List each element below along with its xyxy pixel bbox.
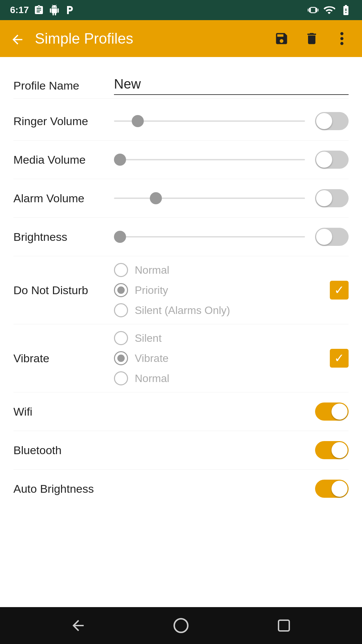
svg-point-2: [340, 42, 343, 45]
alarm-volume-toggle-knob: [316, 190, 332, 206]
brightness-slider-container: [114, 236, 305, 237]
auto-brightness-label: Auto Brightness: [13, 482, 114, 495]
more-button[interactable]: [332, 29, 352, 49]
do-not-disturb-row: Do Not Disturb Normal Priority Silent (A…: [13, 256, 349, 324]
dnd-silent-option[interactable]: Silent (Alarms Only): [114, 303, 323, 317]
bluetooth-control: [114, 441, 349, 459]
bluetooth-toggle-knob: [331, 442, 348, 458]
nav-back-button[interactable]: [65, 612, 92, 639]
wifi-toggle-knob: [331, 404, 348, 420]
nav-bar: [0, 607, 362, 644]
app-bar-title: Simple Profiles: [35, 30, 261, 47]
vib-silent-option[interactable]: Silent: [114, 331, 323, 345]
media-volume-label: Media Volume: [13, 153, 114, 166]
status-bar-left: 6:17: [10, 5, 75, 15]
dnd-normal-label: Normal: [135, 264, 169, 276]
ringer-volume-label: Ringer Volume: [13, 115, 114, 128]
dnd-normal-radio[interactable]: [114, 263, 128, 277]
alarm-volume-row: Alarm Volume: [13, 179, 349, 218]
save-button[interactable]: [272, 29, 292, 49]
wifi-label: Wifi: [13, 405, 114, 418]
alarm-volume-label: Alarm Volume: [13, 192, 114, 205]
dnd-silent-label: Silent (Alarms Only): [135, 304, 230, 317]
alarm-volume-slider[interactable]: [114, 198, 305, 199]
vib-vibrate-radio-inner: [117, 355, 125, 362]
nav-recent-button[interactable]: [270, 612, 297, 639]
vibrate-label: Vibrate: [13, 352, 114, 365]
ringer-volume-row: Ringer Volume: [13, 102, 349, 141]
wifi-control: [114, 402, 349, 421]
auto-brightness-row: Auto Brightness: [13, 470, 349, 508]
bluetooth-row: Bluetooth: [13, 431, 349, 470]
alarm-volume-control: [114, 189, 349, 207]
auto-brightness-toggle[interactable]: [315, 480, 349, 498]
vib-vibrate-option[interactable]: Vibrate: [114, 351, 323, 365]
vib-normal-radio[interactable]: [114, 371, 128, 385]
do-not-disturb-options: Normal Priority Silent (Alarms Only): [114, 263, 323, 317]
profile-name-label: Profile Name: [13, 79, 114, 95]
profile-name-row: Profile Name: [13, 67, 349, 99]
vibrate-icon: [308, 5, 318, 15]
vib-normal-label: Normal: [135, 372, 169, 385]
ringer-volume-slider[interactable]: [114, 120, 305, 122]
media-volume-row: Media Volume: [13, 141, 349, 179]
vib-silent-radio[interactable]: [114, 331, 128, 345]
bluetooth-label: Bluetooth: [13, 444, 114, 457]
vibrate-row: Vibrate Silent Vibrate Normal ✓: [13, 324, 349, 392]
status-time: 6:17: [10, 5, 29, 15]
brightness-row: Brightness: [13, 218, 349, 256]
vib-silent-label: Silent: [135, 332, 162, 344]
do-not-disturb-checkbox[interactable]: ✓: [330, 281, 349, 300]
media-volume-toggle-knob: [316, 152, 332, 168]
do-not-disturb-check-icon: ✓: [334, 283, 344, 297]
brightness-control: [114, 228, 349, 246]
svg-point-0: [340, 32, 343, 35]
vib-vibrate-radio[interactable]: [114, 351, 128, 365]
android-icon: [49, 5, 60, 15]
dnd-priority-radio[interactable]: [114, 283, 128, 297]
wifi-icon: [323, 4, 335, 16]
app-bar-icons: [272, 29, 352, 49]
svg-rect-4: [279, 620, 289, 631]
alarm-volume-slider-container: [114, 198, 305, 199]
profile-name-input[interactable]: [114, 74, 349, 95]
alarm-volume-toggle[interactable]: [315, 189, 349, 207]
app-bar: Simple Profiles: [0, 20, 362, 57]
delete-button[interactable]: [302, 29, 322, 49]
ringer-volume-control: [114, 112, 349, 130]
status-bar: 6:17: [0, 0, 362, 20]
svg-point-3: [174, 619, 188, 633]
media-volume-toggle[interactable]: [315, 151, 349, 169]
wifi-row: Wifi: [13, 392, 349, 431]
do-not-disturb-label: Do Not Disturb: [13, 284, 114, 297]
dnd-silent-radio[interactable]: [114, 303, 128, 317]
brightness-toggle-knob: [316, 229, 332, 245]
brightness-slider[interactable]: [114, 236, 305, 237]
dnd-priority-option[interactable]: Priority: [114, 283, 323, 297]
back-button[interactable]: [10, 30, 25, 47]
vib-vibrate-label: Vibrate: [135, 352, 169, 365]
wifi-toggle[interactable]: [315, 402, 349, 421]
vibrate-check-icon: ✓: [334, 351, 344, 365]
dnd-normal-option[interactable]: Normal: [114, 263, 323, 277]
bluetooth-toggle[interactable]: [315, 441, 349, 459]
nav-home-button[interactable]: [168, 612, 194, 639]
content-area: Profile Name Ringer Volume Media Volume …: [0, 57, 362, 607]
status-bar-right: [308, 4, 352, 16]
vibrate-checkbox[interactable]: ✓: [330, 349, 349, 368]
media-volume-control: [114, 151, 349, 169]
battery-icon: [340, 4, 352, 16]
parking-icon: [64, 5, 75, 15]
clipboard-icon: [34, 5, 44, 15]
ringer-volume-slider-container: [114, 120, 305, 122]
vib-normal-option[interactable]: Normal: [114, 371, 323, 385]
auto-brightness-toggle-knob: [331, 481, 348, 497]
ringer-volume-toggle-knob: [316, 113, 332, 129]
dnd-priority-label: Priority: [135, 284, 168, 297]
brightness-toggle[interactable]: [315, 228, 349, 246]
svg-point-1: [340, 37, 343, 40]
media-volume-slider[interactable]: [114, 159, 305, 160]
brightness-label: Brightness: [13, 230, 114, 244]
auto-brightness-control: [114, 480, 349, 498]
ringer-volume-toggle[interactable]: [315, 112, 349, 130]
